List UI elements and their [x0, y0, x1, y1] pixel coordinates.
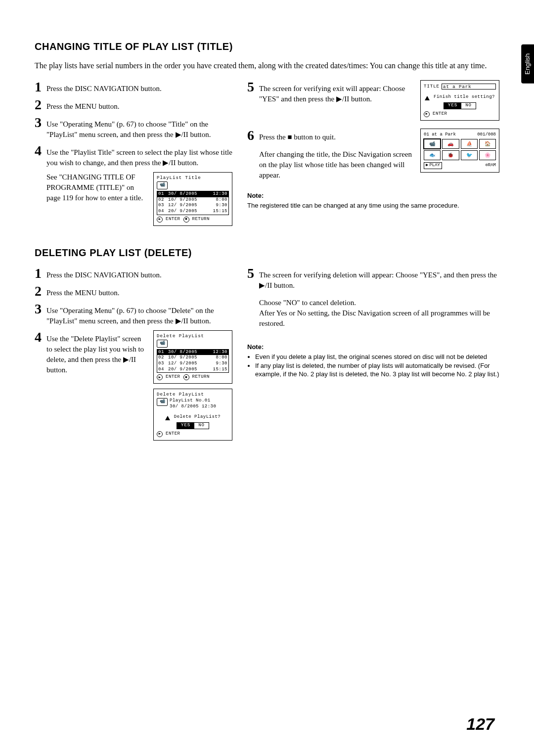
osd-delete-playlist-screen: Delete PlayList 📹 0130/ 8/200512:30 0210… — [153, 330, 232, 384]
step-number: 3 — [35, 116, 46, 130]
osd-nav-thumbnails: 📹 🚗 ⛵ 🏠 🐟 🐞 🐦 🌸 — [424, 139, 496, 160]
s1-step1-text: Press the DISC NAVIGATION button. — [46, 80, 162, 94]
play-icon: ▶ — [424, 111, 430, 117]
s1-step4b-text: See "CHANGING TITLE OF PROGRAMME (TITLE)… — [46, 172, 146, 203]
osd-delete-confirm-title: Delete PlayList — [157, 392, 229, 398]
play-icon: ▶ — [157, 374, 163, 380]
s1-step6a-text: Press the ■ button to quit. — [259, 129, 336, 142]
osd-disc-navigation-screen: 01 at a Park 001/008 📹 🚗 ⛵ 🏠 🐟 🐞 🐦 🌸 — [420, 129, 499, 173]
s1-note-body: The registered title can be changed at a… — [247, 201, 499, 210]
s2-note-head: Note: — [247, 343, 499, 352]
osd-enter: ENTER — [166, 374, 180, 380]
osd-yes-no: YES NO — [444, 102, 476, 109]
page-number: 127 — [466, 712, 494, 736]
thumbnail: ⛵ — [461, 139, 478, 149]
osd-no: NO — [194, 423, 209, 429]
step-number: 2 — [35, 98, 46, 112]
s2-step4-text: Use the "Delete Playlist" screen to sele… — [46, 330, 146, 375]
play-icon: ▶ — [157, 217, 163, 222]
step-number: 1 — [35, 80, 46, 94]
osd-delete-info2: 30/ 8/2005 12:30 — [170, 404, 216, 410]
osd-enter: ENTER — [166, 431, 180, 437]
s2-step5b-text: Choose "NO" to cancel deletion. — [259, 298, 499, 308]
step-number: 5 — [247, 267, 259, 280]
step-number: 4 — [35, 144, 46, 158]
osd-enter: ENTER — [433, 111, 447, 117]
osd-playlist-title-screen: PlayList Title 📹 0130/ 8/200512:30 0210/… — [153, 172, 232, 225]
osd-playlist-rows: 0130/ 8/200512:30 0210/ 9/2005 8:00 0312… — [157, 191, 229, 215]
thumbnail: 🚗 — [442, 139, 459, 149]
s2-step5c-text: After Yes or No setting, the Disc Naviga… — [259, 308, 499, 329]
osd-delete-confirm-screen: Delete PlayList 📹 PlayList No.01 30/ 8/2… — [153, 389, 232, 440]
osd-no: NO — [461, 103, 476, 109]
camera-icon: 📹 — [157, 340, 168, 348]
s1-note-head: Note: — [247, 191, 499, 200]
thumbnail: 🐟 — [424, 150, 441, 160]
osd-nav-header-right: 001/008 — [477, 132, 496, 138]
s1-step3-text: Use "Operating Menu" (p. 67) to choose "… — [46, 116, 232, 140]
s2-step2-text: Press the MENU button. — [46, 284, 120, 298]
step-number: 4 — [35, 330, 46, 344]
osd-title-value: at a Park — [442, 84, 496, 89]
osd-enter: ENTER — [166, 217, 180, 222]
stop-icon: ■ — [183, 217, 189, 222]
s1-step5-text: The screen for verifying exit will appea… — [259, 80, 413, 104]
play-icon: ▶ — [426, 163, 428, 169]
s2-step3-text: Use "Operating Menu" (p. 67) to choose "… — [46, 302, 232, 326]
osd-delete-rows: 0130/ 8/200512:30 0210/ 9/2005 8:00 0312… — [157, 349, 229, 373]
osd-title-label: TITLE — [424, 84, 440, 90]
s1-step4a-text: Use the "Playlist Title" screen to selec… — [46, 144, 232, 168]
step-number: 5 — [247, 80, 259, 94]
thumbnail: 🌸 — [479, 150, 496, 160]
osd-play-label: ▶PLAY — [424, 162, 442, 169]
osd-return: RETURN — [192, 374, 210, 380]
osd-nav-header-left: 01 at a Park — [424, 132, 456, 138]
warning-icon — [425, 96, 430, 100]
s1-step6b-text: After changing the title, the Disc Navig… — [247, 149, 413, 180]
s2-step1-text: Press the DISC NAVIGATION button. — [46, 267, 162, 280]
osd-confirm-question: Finish title setting? — [434, 94, 495, 99]
language-tab: English — [521, 44, 534, 84]
osd-yes-no: YES NO — [177, 422, 209, 429]
warning-icon — [165, 416, 170, 420]
step-number: 2 — [35, 284, 46, 298]
thumbnail: 🐞 — [442, 150, 459, 160]
section1-heading: CHANGING TITLE OF PLAY LIST (TITLE) — [35, 40, 499, 53]
camera-icon: 📹 — [157, 181, 168, 189]
thumbnail: 📹 — [424, 139, 441, 149]
step-number: 3 — [35, 302, 46, 316]
osd-playlist-title-label: PlayList Title — [157, 176, 229, 181]
osd-yes: YES — [444, 103, 461, 109]
s1-step2-text: Press the MENU button. — [46, 98, 120, 112]
s2-note-bullet1: Even if you delete a play list, the orig… — [255, 353, 499, 361]
osd-delete-info1: PlayList No.01 — [170, 398, 216, 404]
osd-delete-title: Delete PlayList — [157, 334, 229, 340]
stop-icon: ■ — [183, 374, 189, 380]
section1-intro: The play lists have serial numbers in th… — [35, 60, 499, 71]
osd-delete-question: Delete PlayList? — [174, 414, 221, 419]
thumbnail: 🏠 — [479, 139, 496, 149]
section2-heading: DELETING PLAY LIST (DELETE) — [35, 246, 499, 260]
step-number: 6 — [247, 129, 259, 142]
camera-icon: 📹 — [157, 398, 168, 406]
s2-step5a-text: The screen for verifying deletion will a… — [259, 270, 499, 291]
osd-yes: YES — [177, 423, 194, 429]
s2-note-bullet2: If any play list is deleted, the number … — [255, 361, 499, 379]
thumbnail: 🐦 — [461, 150, 478, 160]
osd-return: RETURN — [192, 217, 210, 222]
step-number: 1 — [35, 267, 46, 280]
osd-ram-badge: ⊙RAM — [485, 163, 496, 169]
osd-title-confirm-screen: TITLE at a Park Finish title setting? YE… — [420, 80, 499, 120]
s2-note-body: Even if you delete a play list, the orig… — [247, 353, 499, 379]
play-icon: ▶ — [157, 431, 163, 437]
